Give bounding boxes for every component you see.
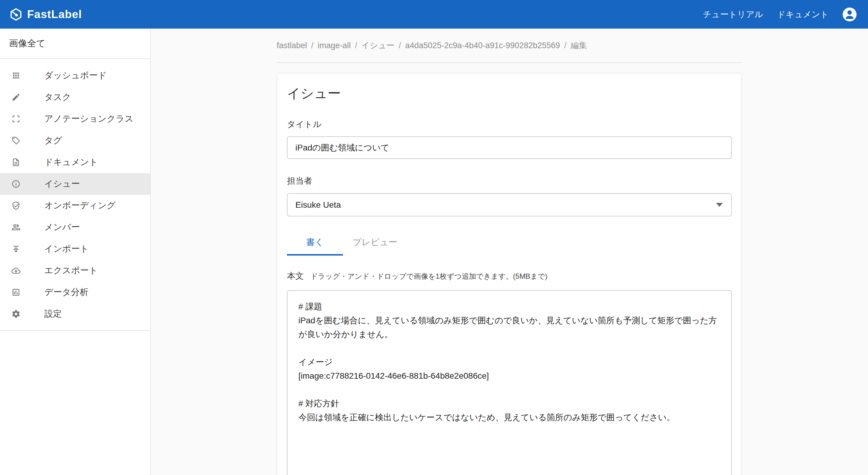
fastlabel-app: FastLabel チュートリアル ドキュメント 画像全て ダッシュボード (0, 0, 868, 475)
card-title: イシュー (287, 86, 732, 101)
sidebar-item-members[interactable]: メンバー (0, 216, 150, 238)
fastlabel-hexagon-icon (9, 7, 23, 21)
brand-name: FastLabel (27, 8, 82, 21)
sidebar-item-tags[interactable]: タグ (0, 130, 150, 151)
sidebar-item-label: インポート (44, 243, 89, 255)
user-avatar[interactable] (843, 7, 857, 21)
editor-tabs: 書く プレビュー (287, 229, 732, 256)
people-icon (11, 223, 21, 232)
sidebar-item-annotation-classes[interactable]: アノテーションクラス (0, 108, 150, 130)
body-field-hint: ドラッグ・アンド・ドロップで画像を1枚ずつ追加できます。(5MBまで) (310, 272, 548, 281)
sidebar-item-data-analysis[interactable]: データ分析 (0, 281, 150, 303)
sidebar-item-import[interactable]: インポート (0, 238, 150, 260)
sidebar-item-label: エクスポート (44, 265, 98, 277)
sidebar-item-issues[interactable]: イシュー (0, 173, 150, 195)
sidebar-item-export[interactable]: エクスポート (0, 260, 150, 281)
crop-free-icon (11, 114, 21, 124)
document-icon (11, 158, 21, 167)
assignee-select-value: Eisuke Ueta (296, 200, 341, 210)
pencil-icon (11, 93, 21, 102)
gear-icon (11, 309, 21, 318)
assignee-field-label: 担当者 (287, 176, 732, 185)
tab-write[interactable]: 書く (287, 229, 343, 256)
breadcrumb-item-edit: 編集 (571, 40, 587, 51)
main-area: fastlabel / image-all / イシュー / a4da5025-… (151, 29, 868, 475)
project-name: 画像全て (0, 29, 150, 59)
sidebar-item-label: ダッシュボード (44, 70, 107, 81)
upload-icon (11, 244, 21, 253)
sidebar-item-label: タスク (44, 91, 71, 103)
breadcrumb-separator: / (311, 41, 314, 50)
title-input[interactable] (287, 136, 732, 159)
bar-chart-icon (11, 288, 21, 297)
breadcrumb-separator: / (355, 41, 358, 50)
breadcrumb-item-issue-id[interactable]: a4da5025-2c9a-4b40-a91c-990282b25569 (405, 41, 560, 50)
sidebar-item-label: イシュー (44, 178, 80, 190)
body-field-label: 本文 (287, 272, 304, 280)
topbar-right: チュートリアル ドキュメント (703, 7, 857, 21)
sidebar-item-label: タグ (44, 135, 62, 146)
brand-logo[interactable]: FastLabel (9, 7, 82, 21)
info-icon (11, 179, 21, 189)
sidebar-item-dashboard[interactable]: ダッシュボード (0, 65, 150, 87)
sidebar-item-label: メンバー (44, 221, 80, 233)
documents-link[interactable]: ドキュメント (777, 9, 829, 20)
sidebar-item-label: オンボーディング (44, 200, 116, 212)
sidebar-divider (0, 330, 150, 331)
sidebar-item-tasks[interactable]: タスク (0, 87, 150, 108)
sidebar-item-label: 設定 (44, 308, 62, 320)
tab-preview[interactable]: プレビュー (343, 229, 407, 256)
app-shell: 画像全て ダッシュボード タスク (0, 29, 868, 475)
breadcrumb-item-project[interactable]: fastlabel (277, 41, 307, 50)
sidebar-item-label: ドキュメント (44, 156, 98, 168)
chevron-down-icon (716, 203, 723, 207)
sidebar-item-documents[interactable]: ドキュメント (0, 151, 150, 173)
issue-edit-card: イシュー タイトル 担当者 Eisuke Ueta 書く プレビュー 本文 (277, 73, 742, 475)
title-field-label: タイトル (287, 120, 732, 129)
cloud-download-icon (11, 266, 21, 275)
breadcrumb-divider (277, 62, 742, 63)
breadcrumb-item-dataset[interactable]: image-all (318, 41, 351, 50)
sidebar-nav: ダッシュボード タスク アノテーションクラス (0, 65, 150, 325)
breadcrumb-separator: / (399, 41, 401, 50)
tutorial-link[interactable]: チュートリアル (703, 9, 763, 20)
sidebar-item-onboarding[interactable]: オンボーディング (0, 195, 150, 216)
apps-grid-icon (11, 71, 21, 80)
body-label-row: 本文 ドラッグ・アンド・ドロップで画像を1枚ずつ追加できます。(5MBまで) (287, 272, 732, 281)
breadcrumb-separator: / (564, 41, 567, 50)
sidebar: 画像全て ダッシュボード タスク (0, 29, 151, 475)
person-icon (843, 7, 857, 21)
sidebar-item-settings[interactable]: 設定 (0, 303, 150, 325)
sidebar-item-label: アノテーションクラス (44, 113, 133, 125)
tag-icon (11, 136, 21, 145)
breadcrumb-item-issues[interactable]: イシュー (361, 40, 395, 51)
topbar: FastLabel チュートリアル ドキュメント (0, 0, 868, 29)
shield-check-icon (11, 201, 21, 210)
body-textarea[interactable]: # 課題 iPadを囲む場合に、見えている領域のみ矩形で囲むので良いか、見えてい… (287, 290, 732, 475)
assignee-select[interactable]: Eisuke Ueta (287, 193, 732, 216)
breadcrumb: fastlabel / image-all / イシュー / a4da5025-… (277, 29, 742, 62)
sidebar-item-label: データ分析 (44, 286, 88, 298)
